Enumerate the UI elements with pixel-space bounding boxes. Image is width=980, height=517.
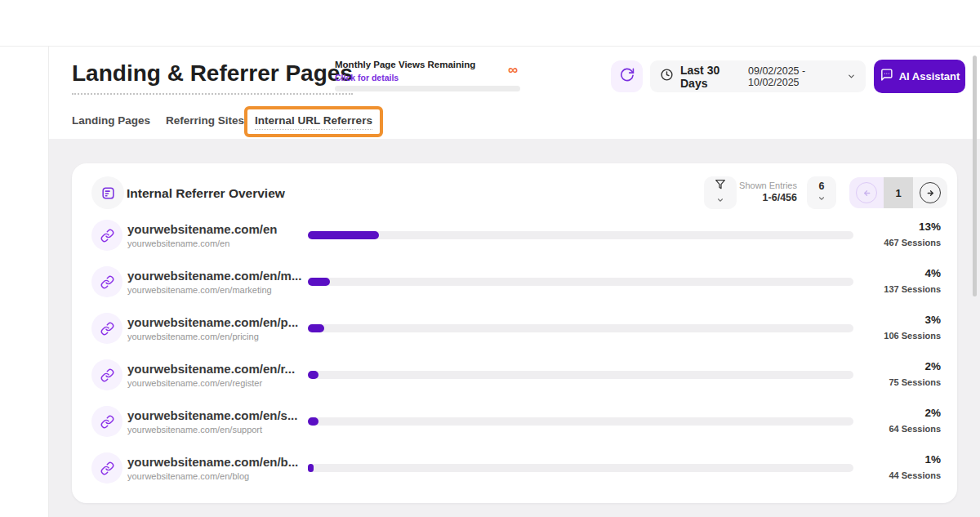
prev-page-button[interactable] [849,177,884,208]
referrer-url: yourwebsitename.com/en/support [127,425,262,435]
referrer-title[interactable]: yourwebsitename.com/en/s... [127,408,297,422]
referrer-percent: 2% [818,407,941,419]
link-icon [91,220,122,251]
referrer-sessions: 137 Sessions [818,284,941,294]
ai-assistant-button[interactable]: AI Assistant [874,60,965,93]
referrer-bar [308,324,853,332]
referrer-percent: 13% [818,221,941,233]
referrer-sessions: 106 Sessions [818,331,941,341]
arrow-left-icon [856,182,877,203]
referrer-bar-fill [308,371,318,379]
referrer-bar [308,464,853,472]
referrer-url: yourwebsitename.com/en/marketing [127,285,272,295]
scrollbar[interactable] [973,56,977,296]
chevron-down-icon [817,191,826,206]
infinity-icon: ∞ [508,62,518,78]
tab-internal-url-referrers-label: Internal URL Referrers [255,114,372,130]
app-root: yourwebsitename.com [0,0,980,517]
referrer-url: yourwebsitename.com/en [127,238,229,248]
link-icon [91,313,122,344]
page-title: Landing & Referrer Pages [72,60,353,95]
chevron-down-icon [847,69,856,84]
panel-title: Internal Referrer Overview [127,186,285,201]
arrow-right-icon [920,182,941,203]
referrer-bar [308,231,853,239]
referrer-sessions: 64 Sessions [818,424,941,434]
referrer-bar [308,371,853,379]
refresh-icon [619,67,635,86]
referrer-url: yourwebsitename.com/en/blog [127,471,249,481]
referrer-percent: 4% [818,267,941,279]
monthly-views-label: Monthly Page Views Remaining [335,60,475,69]
tab-referring-sites[interactable]: Referring Sites [166,114,244,127]
report-icon [91,176,124,209]
referrer-title[interactable]: yourwebsitename.com/en/p... [127,315,298,329]
referrer-bar-fill [308,324,324,332]
referrer-percent: 3% [818,314,941,326]
monthly-views-details-link[interactable]: Click for details [335,73,399,82]
referrer-url: yourwebsitename.com/en/register [127,378,262,388]
monthly-views-progressbar [335,86,520,91]
referrer-percent: 1% [818,453,941,466]
link-icon [91,452,122,484]
clock-icon [660,68,674,85]
date-range-value: 09/02/2025 - 10/02/2025 [748,65,840,88]
referrer-sessions: 467 Sessions [818,238,941,247]
pagination: 1 [849,177,947,208]
referrer-bar-fill [308,417,318,426]
referrer-bar [308,278,853,286]
ai-assistant-label: AI Assistant [899,70,960,82]
page-size-value: 6 [819,181,825,192]
referrer-sessions: 44 Sessions [818,470,941,480]
next-page-button[interactable] [913,177,947,208]
referrer-sessions: 75 Sessions [818,377,941,387]
referrer-percent: 2% [818,360,941,372]
referrer-title[interactable]: yourwebsitename.com/en/b... [127,455,298,469]
referrer-url: yourwebsitename.com/en/pricing [127,332,259,341]
link-icon [91,406,122,437]
referrer-bar-fill [308,278,330,286]
shown-entries-label: Shown Entries [719,181,797,190]
date-preset-label: Last 30 Days [680,64,738,90]
referrer-bar [308,417,853,426]
chat-icon [880,68,893,85]
referrer-bar-fill [308,231,379,239]
date-range-picker[interactable]: Last 30 Days 09/02/2025 - 10/02/2025 [650,60,866,92]
top-bar [0,0,980,47]
shown-entries-value: 1-6/456 [719,192,797,203]
referrer-title[interactable]: yourwebsitename.com/en/m... [127,269,301,283]
refresh-button[interactable] [611,60,643,92]
current-page: 1 [884,177,913,208]
link-icon [91,266,122,297]
sidebar [0,47,49,517]
referrer-bar-fill [308,464,314,472]
tab-internal-url-referrers[interactable]: Internal URL Referrers [244,106,383,137]
page-size-select[interactable]: 6 [807,176,836,209]
tab-landing-pages[interactable]: Landing Pages [72,114,150,127]
shown-entries: Shown Entries 1-6/456 [719,181,797,203]
referrer-title[interactable]: yourwebsitename.com/en/r... [127,362,295,376]
link-icon [91,359,122,390]
referrer-title[interactable]: yourwebsitename.com/en [127,222,277,236]
